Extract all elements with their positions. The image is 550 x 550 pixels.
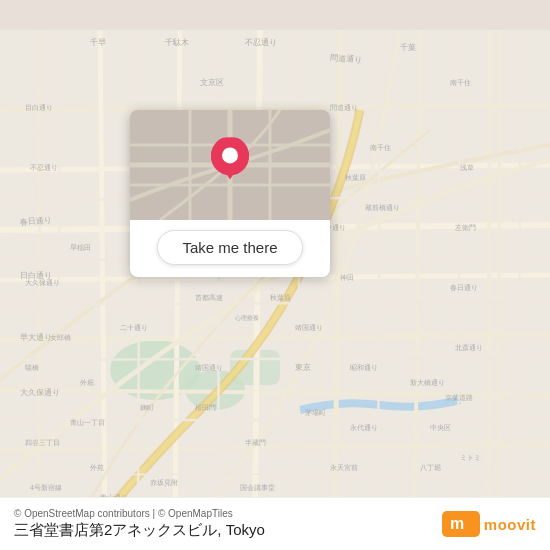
- bottom-left: © OpenStreetMap contributors | © OpenMap…: [14, 508, 265, 540]
- svg-text:麹町: 麹町: [140, 404, 154, 411]
- svg-text:半蔵門: 半蔵門: [245, 439, 266, 446]
- svg-text:永天宮前: 永天宮前: [330, 464, 358, 471]
- card-map-area: [130, 110, 330, 220]
- svg-line-18: [498, 30, 500, 520]
- svg-text:目白通り: 目白通り: [25, 104, 53, 112]
- svg-text:千早: 千早: [90, 38, 106, 47]
- svg-text:赤坂見附: 赤坂見附: [150, 479, 178, 486]
- svg-text:中央区: 中央区: [430, 424, 451, 431]
- svg-text:女郎橋: 女郎橋: [50, 334, 71, 341]
- svg-text:早稲田: 早稲田: [70, 244, 91, 251]
- svg-text:南千住: 南千住: [450, 79, 471, 86]
- svg-text:桜田門: 桜田門: [195, 404, 216, 411]
- moovit-m-icon: m: [442, 511, 480, 537]
- svg-text:蔵前橋通り: 蔵前橋通り: [365, 204, 400, 212]
- map-container: 春日通り 日白通り 早大通り 大久保通り 千早 千駄木 不忍通り 問道通り 千葉…: [0, 0, 550, 550]
- svg-text:茅場町: 茅場町: [305, 409, 326, 417]
- svg-text:東京: 東京: [295, 363, 311, 372]
- svg-text:二十通り: 二十通り: [120, 324, 148, 332]
- svg-text:浅草: 浅草: [460, 164, 474, 171]
- svg-text:大久保通り: 大久保通り: [25, 279, 60, 287]
- location-card: Take me there: [130, 110, 330, 277]
- svg-text:大久保通り: 大久保通り: [20, 388, 60, 397]
- svg-line-31: [519, 30, 520, 520]
- svg-text:ミトミ: ミトミ: [460, 454, 481, 461]
- svg-text:国会議事堂: 国会議事堂: [240, 484, 275, 491]
- svg-text:千駄木: 千駄木: [165, 38, 189, 47]
- svg-text:早大通り: 早大通り: [20, 333, 52, 342]
- take-me-there-button[interactable]: Take me there: [157, 230, 302, 265]
- svg-text:心理療養: 心理療養: [234, 314, 259, 321]
- svg-text:靖国通り: 靖国通り: [195, 364, 223, 372]
- svg-text:新大橋通り: 新大橋通り: [410, 379, 445, 387]
- svg-text:文京区: 文京区: [200, 78, 224, 87]
- svg-text:四谷三丁目: 四谷三丁目: [25, 439, 60, 446]
- svg-text:4号新宿線: 4号新宿線: [30, 484, 62, 491]
- svg-text:喘橋: 喘橋: [25, 364, 39, 371]
- svg-text:北斎通り: 北斎通り: [455, 344, 483, 352]
- svg-text:千葉: 千葉: [400, 43, 416, 52]
- svg-text:外堀: 外堀: [80, 379, 94, 386]
- moovit-logo[interactable]: m moovit: [442, 511, 536, 537]
- svg-text:昭和通り: 昭和通り: [350, 364, 378, 372]
- svg-text:不忍通り: 不忍通り: [30, 164, 58, 172]
- bottom-bar: © OpenStreetMap contributors | © OpenMap…: [0, 497, 550, 550]
- svg-text:秋葉原: 秋葉原: [345, 174, 366, 181]
- svg-line-16: [488, 30, 490, 520]
- svg-text:靖国通り: 靖国通り: [295, 324, 323, 332]
- svg-text:不忍通り: 不忍通り: [245, 38, 277, 47]
- moovit-wordmark: moovit: [484, 516, 536, 533]
- svg-text:青山一丁目: 青山一丁目: [70, 419, 105, 426]
- svg-text:南千住: 南千住: [370, 144, 391, 151]
- svg-text:神田: 神田: [340, 274, 354, 281]
- attribution-text: © OpenStreetMap contributors | © OpenMap…: [14, 508, 265, 519]
- svg-text:春日通り: 春日通り: [450, 284, 478, 292]
- svg-text:首都高速: 首都高速: [195, 294, 223, 301]
- svg-text:問道通り: 問道通り: [330, 104, 358, 112]
- map-pin: [211, 137, 249, 183]
- location-name: 三省堂書店第2アネックスビル, Tokyo: [14, 521, 265, 540]
- svg-text:八丁堀: 八丁堀: [420, 464, 441, 472]
- svg-text:永代通り: 永代通り: [350, 424, 378, 432]
- svg-point-103: [222, 147, 238, 163]
- svg-text:京葉道路: 京葉道路: [445, 394, 473, 401]
- svg-text:m: m: [450, 515, 464, 532]
- svg-text:左衛門: 左衛門: [455, 224, 476, 231]
- svg-text:秋葉原: 秋葉原: [270, 294, 291, 301]
- svg-text:外苑: 外苑: [90, 464, 104, 471]
